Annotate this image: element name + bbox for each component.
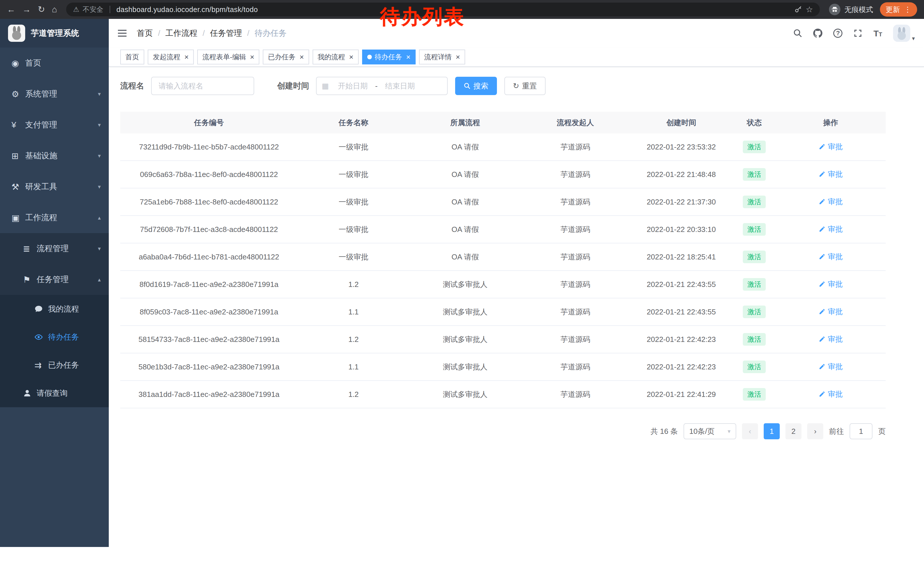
sidebar-item-payment[interactable]: ¥ 支付管理 ▾: [0, 110, 109, 140]
home-icon[interactable]: ⌂: [52, 5, 57, 14]
clipboard-icon: ▣: [12, 213, 25, 223]
sidebar-item-label: 待办任务: [48, 332, 79, 342]
approve-button[interactable]: 审批: [819, 224, 843, 234]
sidebar-item-system[interactable]: ⚙ 系统管理 ▾: [0, 78, 109, 110]
search-button[interactable]: 搜索: [455, 77, 497, 95]
table-row: 73211d9d-7b9b-11ec-b5b7-acde48001122 一级审…: [120, 134, 886, 161]
cell-status: 激活: [733, 360, 776, 373]
sidebar-item-devtools[interactable]: ⚒ 研发工具 ▾: [0, 171, 109, 202]
cell-initiator: 芋道源码: [521, 362, 630, 372]
cell-action: 审批: [776, 224, 886, 235]
update-button[interactable]: 更新 ⋮: [880, 2, 917, 17]
url-text[interactable]: dashboard.yudao.iocoder.cn/bpm/task/todo: [117, 6, 258, 14]
cell-action: 审批: [776, 334, 886, 345]
incognito-badge: 无痕模式: [829, 4, 873, 15]
chevron-down-icon: ▾: [98, 122, 101, 128]
bookmark-star-icon[interactable]: ☆: [806, 5, 813, 14]
arrows-icon: ⇉: [34, 360, 48, 370]
key-icon[interactable]: [794, 6, 802, 14]
tab[interactable]: 我的流程 ×: [313, 50, 358, 65]
sidebar-item-my-process[interactable]: 我的流程: [0, 295, 109, 323]
approve-button[interactable]: 审批: [819, 169, 843, 179]
cell-task-name: 1.1: [298, 308, 410, 317]
table-row: 58154733-7ac8-11ec-a9e2-a2380e71991a 1.2…: [120, 326, 886, 353]
reload-icon[interactable]: ↻: [38, 5, 45, 14]
sidebar-item-leave-query[interactable]: 请假查询: [0, 379, 109, 407]
close-icon[interactable]: ×: [299, 53, 304, 61]
gear-icon: ⚙: [12, 89, 25, 99]
breadcrumb-workflow[interactable]: 工作流程: [165, 28, 198, 39]
sidebar-item-process-management[interactable]: ≣ 流程管理 ▾: [0, 233, 109, 264]
app-logo-row[interactable]: 芋道管理系统: [0, 19, 109, 48]
page: ← → ↻ ⌂ ⚠ 不安全 dashboard.yudao.iocoder.cn…: [0, 0, 924, 563]
approve-label: 审批: [828, 307, 843, 317]
approve-button[interactable]: 审批: [819, 362, 843, 372]
cell-created: 2022-01-21 22:42:23: [630, 363, 733, 371]
github-icon[interactable]: [813, 29, 822, 38]
close-icon[interactable]: ×: [456, 53, 460, 61]
cell-task-id: 75d72608-7b7f-11ec-a3c8-acde48001122: [120, 225, 298, 234]
approve-label: 审批: [828, 362, 843, 372]
table-row: 8f0d1619-7ac8-11ec-a9e2-a2380e71991a 1.2…: [120, 271, 886, 299]
goto-page-input[interactable]: [850, 423, 873, 439]
fullscreen-icon[interactable]: [853, 29, 862, 38]
breadcrumb-task-management[interactable]: 任务管理: [210, 28, 242, 39]
start-date-input[interactable]: [331, 82, 375, 90]
font-size-icon[interactable]: TT: [873, 28, 882, 39]
help-icon[interactable]: ?: [833, 29, 842, 38]
tab[interactable]: 待办任务 ×: [362, 50, 416, 65]
close-icon[interactable]: ×: [406, 53, 411, 61]
page-size-select[interactable]: 10条/页 ▾: [684, 423, 736, 439]
prev-page-button[interactable]: ‹: [742, 423, 758, 439]
flag-icon: ⚑: [23, 275, 37, 285]
back-icon[interactable]: ←: [7, 5, 15, 14]
warning-icon: ⚠: [73, 6, 79, 14]
tab[interactable]: 流程表单-编辑 ×: [197, 50, 260, 65]
approve-button[interactable]: 审批: [819, 142, 843, 152]
tab-label: 待办任务: [375, 53, 402, 62]
close-icon[interactable]: ×: [349, 53, 354, 61]
avatar[interactable]: [893, 25, 910, 42]
approve-button[interactable]: 审批: [819, 197, 843, 207]
close-icon[interactable]: ×: [250, 53, 254, 61]
sidebar-item-infrastructure[interactable]: ⊞ 基础设施 ▾: [0, 140, 109, 171]
yen-icon: ¥: [12, 120, 25, 130]
sidebar-item-label: 流程管理: [37, 243, 69, 254]
date-range-picker[interactable]: ▦ -: [316, 77, 448, 95]
next-page-button[interactable]: ›: [807, 423, 823, 439]
sidebar-item-home[interactable]: ◉ 首页: [0, 48, 109, 78]
column-action: 操作: [776, 118, 886, 128]
security-label[interactable]: 不安全: [83, 5, 104, 14]
main-content: 流程名 创建时间 ▦ - 搜索 ↻ 重置 任务编号 任务名称: [109, 68, 924, 563]
page-number-button[interactable]: 2: [786, 423, 801, 439]
tab[interactable]: 首页: [120, 50, 144, 65]
forward-icon[interactable]: →: [22, 5, 31, 14]
sidebar-item-todo-tasks[interactable]: 待办任务: [0, 323, 109, 351]
page-number-button[interactable]: 1: [764, 423, 780, 439]
approve-button[interactable]: 审批: [819, 334, 843, 344]
tab[interactable]: 流程详情 ×: [419, 50, 465, 65]
browser-menu-icon[interactable]: ⋮: [904, 5, 911, 14]
cell-status: 激活: [733, 333, 776, 345]
collapse-sidebar-icon[interactable]: [118, 28, 128, 38]
tab[interactable]: 发起流程 ×: [148, 50, 194, 65]
reset-button[interactable]: ↻ 重置: [504, 77, 546, 95]
page-size-value: 10条/页: [689, 426, 714, 437]
sidebar-item-task-management[interactable]: ⚑ 任务管理 ▴: [0, 264, 109, 295]
edit-icon: [819, 308, 825, 315]
approve-button[interactable]: 审批: [819, 389, 843, 399]
sidebar-item-workflow[interactable]: ▣ 工作流程 ▴: [0, 202, 109, 233]
breadcrumb-home[interactable]: 首页: [137, 28, 153, 39]
approve-button[interactable]: 审批: [819, 279, 843, 289]
sidebar-item-label: 任务管理: [37, 274, 69, 285]
search-icon[interactable]: [793, 29, 802, 38]
sidebar-item-done-tasks[interactable]: ⇉ 已办任务: [0, 351, 109, 379]
tab[interactable]: 已办任务 ×: [263, 50, 309, 65]
end-date-input[interactable]: [378, 82, 422, 90]
approve-button[interactable]: 审批: [819, 252, 843, 262]
close-icon[interactable]: ×: [184, 53, 189, 61]
sidebar: 芋道管理系统 ◉ 首页 ⚙ 系统管理 ▾ ¥ 支付管理 ▾ ⊞ 基础设施 ▾ ⚒…: [0, 19, 109, 547]
process-name-input[interactable]: [151, 77, 254, 95]
user-menu[interactable]: ▾: [893, 25, 915, 42]
approve-button[interactable]: 审批: [819, 307, 843, 317]
